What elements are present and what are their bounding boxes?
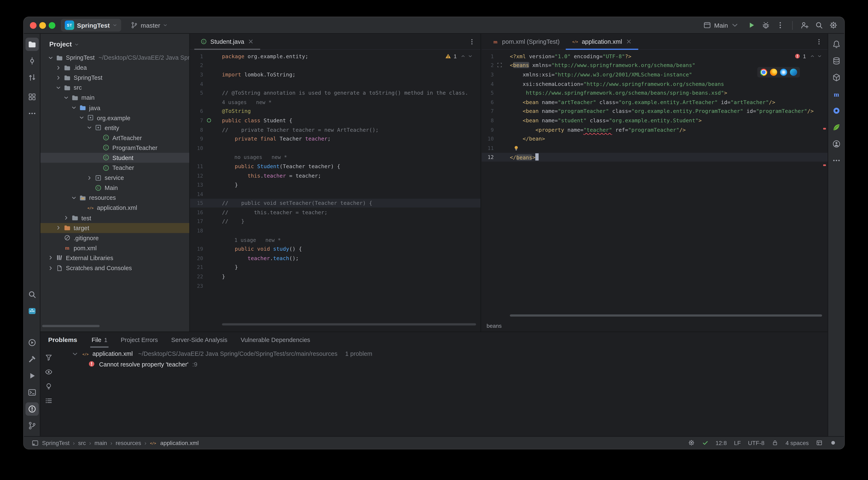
error-stripe-mark[interactable] [823,128,826,130]
tool-window-button-version-control[interactable] [25,419,38,432]
problem-error-row[interactable]: Cannot resolve property 'teacher' :9 [57,359,828,369]
group-by-button[interactable] [43,395,55,406]
code-line-1[interactable]: 1<?xml version="1.0" encoding="UTF-8"?> [482,52,828,61]
ring-gutter-icon[interactable] [206,117,212,123]
breadcrumb-item-springtest[interactable]: SpringTest [42,439,69,446]
editor-tab-student-java[interactable]: CStudent.java [194,34,260,49]
code-line-10[interactable]: 10 [190,143,481,153]
tool-window-button-endpoints[interactable] [830,104,843,117]
tree-item-src[interactable]: src [40,83,189,93]
code-line-20[interactable]: 20 teacher.teach(); [190,254,481,263]
code-line-2[interactable]: 2 [190,61,481,70]
problems-tab-server-side-analysis[interactable]: Server-Side Analysis [171,332,227,348]
tool-window-button-terminal[interactable] [25,386,38,399]
tree-toggle[interactable] [48,254,56,262]
code-line-11[interactable]: 11 public Student(Teacher teacher) { [190,162,481,171]
tree-toggle[interactable] [79,114,87,122]
filter-button[interactable] [43,352,55,363]
tool-window-button-problems[interactable] [25,402,38,416]
intention-bulb-icon[interactable] [513,145,519,151]
settings-button[interactable] [829,21,838,29]
code-line-23[interactable]: 23 [190,281,481,290]
code-with-me-button[interactable] [801,21,809,29]
java-editor[interactable]: 1package org.example.entity;23import lom… [190,50,481,323]
code-line-6[interactable]: 6 <bean name="artTeacher" class="org.exa… [482,97,828,106]
status-line-separator[interactable]: LF [734,439,741,446]
status-inspections-status-icon[interactable] [702,439,708,446]
tree-item-main[interactable]: CMain [40,183,189,193]
debug-button[interactable] [762,21,770,29]
problem-file-row[interactable]: </> application.xml ~/Desktop/CS/JavaEE/… [57,349,828,359]
tool-window-button-more-tool-windows[interactable] [830,154,843,167]
tool-window-button-ai-assistant[interactable] [830,137,843,150]
status-code-style-widget-icon[interactable] [816,439,823,446]
usages-hint[interactable]: 4 usages new * [222,99,272,105]
code-line-5[interactable]: 5// @ToString annotation is used to gene… [190,88,481,97]
tree-toggle[interactable] [87,124,95,131]
tree-toggle[interactable] [71,194,79,202]
code-line-8[interactable]: 8 <bean name="student" class="org.exampl… [482,116,828,125]
chevron-down-icon[interactable] [71,350,79,357]
tree-item-resources[interactable]: resources [40,193,189,203]
tab-options-button[interactable] [468,38,475,45]
project-selector[interactable]: ST SpringTest [61,19,122,32]
code-line-16[interactable]: 16// this.teacher = teacher; [190,207,481,217]
status-encoding[interactable]: UTF-8 [748,439,765,446]
tool-window-button-find[interactable] [25,288,38,301]
chrome-browser-icon[interactable] [760,69,767,76]
close-window-button[interactable] [30,22,37,29]
code-line-7[interactable]: 7public class Student { [190,116,481,125]
tool-window-button-notifications[interactable] [830,38,843,51]
tree-toggle[interactable] [48,264,56,272]
close-tab-icon[interactable] [625,38,632,45]
editor-breadcrumb[interactable]: beans [487,323,502,329]
tree-item-main[interactable]: main [40,93,189,103]
prev-problem-button[interactable] [810,54,815,59]
status-ide-settings-icon[interactable] [688,439,694,446]
safari-browser-icon[interactable] [780,69,787,76]
tree-item-teacher[interactable]: CTeacher [40,163,189,173]
tool-window-button-services[interactable] [25,336,38,349]
tree-item-springtest[interactable]: SpringTest~/Desktop/CS/JavaEE/2 Java Spr… [40,53,189,63]
zoom-window-button[interactable] [49,22,56,29]
run-button[interactable] [747,21,756,29]
tool-window-button-docker[interactable] [25,305,38,318]
run-config-selector[interactable]: Main [701,20,741,31]
tool-window-button-run[interactable] [25,369,38,382]
status-indent-style[interactable]: 4 spaces [785,439,809,446]
tool-windows-icon[interactable] [32,439,39,446]
tree-item-org-example[interactable]: org.example [40,113,189,123]
inlay-hint-row[interactable]: no usages new * [190,153,481,162]
code-line-11[interactable]: 11 [482,143,828,153]
tree-item-java[interactable]: java [40,103,189,113]
code-line-14[interactable]: 14 [190,189,481,198]
code-line-1[interactable]: 1package org.example.entity; [190,52,481,61]
tree-toggle[interactable] [56,84,64,92]
tree-item-artteacher[interactable]: CArtTeacher [40,133,189,143]
tree-toggle[interactable] [56,74,64,82]
status-readonly-toggle-icon[interactable] [772,439,778,446]
breadcrumb-item-src[interactable]: src [78,439,86,446]
usages-hint[interactable]: 1 usage new * [222,237,281,243]
problems-tab-vulnerable-dependencies[interactable]: Vulnerable Dependencies [241,332,310,348]
close-tab-icon[interactable] [248,38,254,45]
tree-toggle[interactable] [64,94,71,102]
inspections-widget[interactable]: 1 [795,53,822,59]
tree-toggle[interactable] [87,174,95,182]
tree-item-gitignore[interactable]: .gitignore [40,233,189,243]
tree-item-service[interactable]: service [40,173,189,183]
minimize-window-button[interactable] [39,22,46,29]
horizontal-scrollbar[interactable] [42,325,100,327]
problems-tab-file[interactable]: File1 [92,332,107,348]
code-line-17[interactable]: 17// } [190,217,481,226]
tree-item-student[interactable]: CStudent [40,153,189,163]
tree-item-programteacher[interactable]: CProgramTeacher [40,142,189,153]
tree-item-scratches-and-consoles[interactable]: Scratches and Consoles [40,263,189,273]
tool-window-button-structure[interactable] [25,90,38,103]
code-line-12[interactable]: 12</beans> [482,153,828,162]
code-line-5[interactable]: 5 https://www.springframework.org/schema… [482,88,828,97]
code-line-3[interactable]: 3import lombok.ToString; [190,70,481,79]
tree-item-springtest[interactable]: SpringTest [40,73,189,83]
code-line-4[interactable]: 4 [190,79,481,88]
code-line-12[interactable]: 12 this.teacher = teacher; [190,171,481,180]
